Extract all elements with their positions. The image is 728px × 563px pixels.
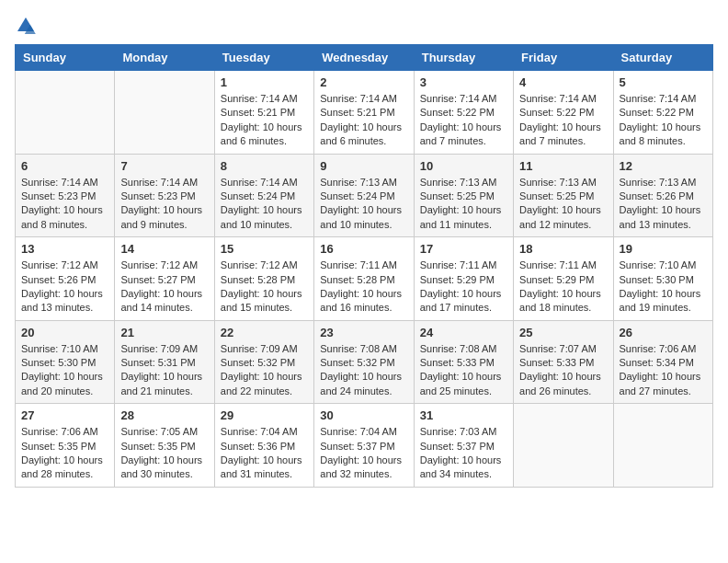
day-info: Sunrise: 7:12 AMSunset: 5:27 PMDaylight:… <box>120 259 208 316</box>
calendar-cell <box>115 71 214 155</box>
day-number: 2 <box>320 75 407 89</box>
day-info: Sunrise: 7:09 AMSunset: 5:31 PMDaylight:… <box>120 342 208 399</box>
day-number: 15 <box>221 242 308 256</box>
page-header <box>15 15 713 37</box>
column-header-friday: Friday <box>514 45 613 71</box>
day-info: Sunrise: 7:07 AMSunset: 5:33 PMDaylight:… <box>519 342 607 399</box>
calendar-cell: 15Sunrise: 7:12 AMSunset: 5:28 PMDayligh… <box>214 237 313 321</box>
day-number: 26 <box>620 326 707 339</box>
day-info: Sunrise: 7:12 AMSunset: 5:28 PMDaylight:… <box>221 259 308 316</box>
day-number: 16 <box>320 242 407 256</box>
day-info: Sunrise: 7:05 AMSunset: 5:35 PMDaylight:… <box>120 425 208 482</box>
day-number: 30 <box>320 408 407 422</box>
calendar-cell: 1Sunrise: 7:14 AMSunset: 5:21 PMDaylight… <box>214 71 313 155</box>
calendar-cell: 3Sunrise: 7:14 AMSunset: 5:22 PMDaylight… <box>414 71 513 155</box>
day-number: 6 <box>21 159 108 173</box>
calendar-cell <box>514 404 613 488</box>
calendar-week-row: 20Sunrise: 7:10 AMSunset: 5:30 PMDayligh… <box>16 320 713 404</box>
calendar-cell: 4Sunrise: 7:14 AMSunset: 5:22 PMDaylight… <box>514 71 613 155</box>
day-info: Sunrise: 7:14 AMSunset: 5:22 PMDaylight:… <box>620 92 707 149</box>
day-number: 1 <box>221 75 308 89</box>
day-number: 27 <box>21 408 108 422</box>
column-header-monday: Monday <box>115 45 214 71</box>
day-info: Sunrise: 7:13 AMSunset: 5:25 PMDaylight:… <box>420 176 507 233</box>
day-number: 18 <box>519 242 607 256</box>
day-number: 21 <box>120 326 208 339</box>
day-info: Sunrise: 7:10 AMSunset: 5:30 PMDaylight:… <box>620 259 707 316</box>
day-info: Sunrise: 7:14 AMSunset: 5:21 PMDaylight:… <box>221 92 308 149</box>
calendar-cell: 9Sunrise: 7:13 AMSunset: 5:24 PMDaylight… <box>314 154 414 237</box>
day-info: Sunrise: 7:12 AMSunset: 5:26 PMDaylight:… <box>21 259 108 316</box>
column-header-wednesday: Wednesday <box>314 45 414 71</box>
day-info: Sunrise: 7:11 AMSunset: 5:28 PMDaylight:… <box>320 259 407 316</box>
calendar-cell: 24Sunrise: 7:08 AMSunset: 5:33 PMDayligh… <box>414 320 513 404</box>
column-header-thursday: Thursday <box>414 45 513 71</box>
day-number: 3 <box>420 75 507 89</box>
calendar-cell: 11Sunrise: 7:13 AMSunset: 5:25 PMDayligh… <box>514 154 613 237</box>
calendar-header-row: SundayMondayTuesdayWednesdayThursdayFrid… <box>16 45 713 71</box>
day-info: Sunrise: 7:08 AMSunset: 5:32 PMDaylight:… <box>320 342 407 399</box>
calendar-cell: 17Sunrise: 7:11 AMSunset: 5:29 PMDayligh… <box>414 237 513 321</box>
day-number: 4 <box>519 75 607 89</box>
calendar-cell: 27Sunrise: 7:06 AMSunset: 5:35 PMDayligh… <box>16 404 115 488</box>
day-number: 25 <box>519 326 607 339</box>
day-info: Sunrise: 7:14 AMSunset: 5:22 PMDaylight:… <box>420 92 507 149</box>
calendar-cell: 8Sunrise: 7:14 AMSunset: 5:24 PMDaylight… <box>214 154 313 237</box>
day-number: 11 <box>519 159 607 173</box>
calendar-cell <box>613 404 712 488</box>
calendar-table: SundayMondayTuesdayWednesdayThursdayFrid… <box>15 44 713 488</box>
calendar-cell: 31Sunrise: 7:03 AMSunset: 5:37 PMDayligh… <box>414 404 513 488</box>
logo <box>15 15 40 37</box>
day-info: Sunrise: 7:11 AMSunset: 5:29 PMDaylight:… <box>519 259 607 316</box>
calendar-week-row: 1Sunrise: 7:14 AMSunset: 5:21 PMDaylight… <box>16 71 713 155</box>
day-number: 10 <box>420 159 507 173</box>
logo-icon <box>15 15 37 37</box>
day-number: 5 <box>620 75 707 89</box>
day-info: Sunrise: 7:04 AMSunset: 5:36 PMDaylight:… <box>221 425 308 482</box>
day-number: 23 <box>320 326 407 339</box>
day-info: Sunrise: 7:08 AMSunset: 5:33 PMDaylight:… <box>420 342 507 399</box>
calendar-cell: 6Sunrise: 7:14 AMSunset: 5:23 PMDaylight… <box>16 154 115 237</box>
day-info: Sunrise: 7:04 AMSunset: 5:37 PMDaylight:… <box>320 425 407 482</box>
column-header-sunday: Sunday <box>16 45 115 71</box>
column-header-saturday: Saturday <box>613 45 712 71</box>
calendar-cell: 26Sunrise: 7:06 AMSunset: 5:34 PMDayligh… <box>613 320 712 404</box>
calendar-week-row: 6Sunrise: 7:14 AMSunset: 5:23 PMDaylight… <box>16 154 713 237</box>
calendar-cell: 30Sunrise: 7:04 AMSunset: 5:37 PMDayligh… <box>314 404 414 488</box>
calendar-cell: 19Sunrise: 7:10 AMSunset: 5:30 PMDayligh… <box>613 237 712 321</box>
calendar-cell: 7Sunrise: 7:14 AMSunset: 5:23 PMDaylight… <box>115 154 214 237</box>
calendar-cell: 10Sunrise: 7:13 AMSunset: 5:25 PMDayligh… <box>414 154 513 237</box>
day-info: Sunrise: 7:14 AMSunset: 5:22 PMDaylight:… <box>519 92 607 149</box>
calendar-cell: 20Sunrise: 7:10 AMSunset: 5:30 PMDayligh… <box>16 320 115 404</box>
day-number: 19 <box>620 242 707 256</box>
day-number: 28 <box>120 408 208 422</box>
calendar-cell <box>16 71 115 155</box>
calendar-cell: 2Sunrise: 7:14 AMSunset: 5:21 PMDaylight… <box>314 71 414 155</box>
day-number: 14 <box>120 242 208 256</box>
day-info: Sunrise: 7:09 AMSunset: 5:32 PMDaylight:… <box>221 342 308 399</box>
day-info: Sunrise: 7:06 AMSunset: 5:35 PMDaylight:… <box>21 425 108 482</box>
day-info: Sunrise: 7:13 AMSunset: 5:24 PMDaylight:… <box>320 176 407 233</box>
calendar-week-row: 27Sunrise: 7:06 AMSunset: 5:35 PMDayligh… <box>16 404 713 488</box>
calendar-cell: 25Sunrise: 7:07 AMSunset: 5:33 PMDayligh… <box>514 320 613 404</box>
day-info: Sunrise: 7:14 AMSunset: 5:24 PMDaylight:… <box>221 176 308 233</box>
day-number: 31 <box>420 408 507 422</box>
calendar-cell: 5Sunrise: 7:14 AMSunset: 5:22 PMDaylight… <box>613 71 712 155</box>
calendar-week-row: 13Sunrise: 7:12 AMSunset: 5:26 PMDayligh… <box>16 237 713 321</box>
day-info: Sunrise: 7:14 AMSunset: 5:23 PMDaylight:… <box>120 176 208 233</box>
day-info: Sunrise: 7:13 AMSunset: 5:26 PMDaylight:… <box>620 176 707 233</box>
day-info: Sunrise: 7:11 AMSunset: 5:29 PMDaylight:… <box>420 259 507 316</box>
day-info: Sunrise: 7:10 AMSunset: 5:30 PMDaylight:… <box>21 342 108 399</box>
day-number: 12 <box>620 159 707 173</box>
calendar-cell: 29Sunrise: 7:04 AMSunset: 5:36 PMDayligh… <box>214 404 313 488</box>
day-number: 7 <box>120 159 208 173</box>
calendar-cell: 12Sunrise: 7:13 AMSunset: 5:26 PMDayligh… <box>613 154 712 237</box>
calendar-cell: 22Sunrise: 7:09 AMSunset: 5:32 PMDayligh… <box>214 320 313 404</box>
day-info: Sunrise: 7:13 AMSunset: 5:25 PMDaylight:… <box>519 176 607 233</box>
calendar-cell: 18Sunrise: 7:11 AMSunset: 5:29 PMDayligh… <box>514 237 613 321</box>
calendar-cell: 23Sunrise: 7:08 AMSunset: 5:32 PMDayligh… <box>314 320 414 404</box>
day-number: 29 <box>221 408 308 422</box>
day-info: Sunrise: 7:14 AMSunset: 5:21 PMDaylight:… <box>320 92 407 149</box>
calendar-cell: 13Sunrise: 7:12 AMSunset: 5:26 PMDayligh… <box>16 237 115 321</box>
day-number: 13 <box>21 242 108 256</box>
